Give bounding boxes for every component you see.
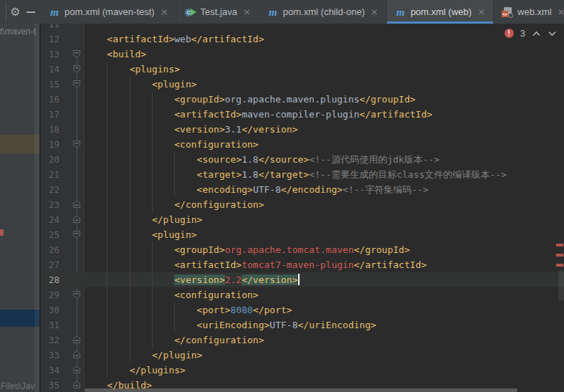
left-panel-selected-row[interactable] <box>0 310 39 327</box>
gear-icon[interactable]: ⚙ <box>10 6 20 18</box>
code-text: <build> <box>85 47 564 62</box>
fold-column <box>70 152 85 167</box>
line-number[interactable]: 11 <box>41 24 70 32</box>
error-stripe-mark[interactable] <box>556 254 563 257</box>
code-line[interactable]: 27<artifactId>tomcat7-maven-plugin</arti… <box>41 257 564 272</box>
code-text: <encoding>UTF-8</encoding><!--字符集编码--> <box>85 182 564 197</box>
vertical-scrollbar-thumb[interactable] <box>558 270 564 300</box>
tab-test-java[interactable]: CTest.java× <box>177 0 259 24</box>
code-line[interactable]: 12<artifactId>web</artifactId> <box>41 32 564 47</box>
next-error-icon[interactable] <box>548 31 557 37</box>
line-number[interactable]: 13 <box>41 47 70 62</box>
indent-guide <box>130 257 130 272</box>
line-number[interactable]: 26 <box>41 242 70 257</box>
left-panel-highlight-row[interactable] <box>0 135 39 153</box>
fold-marker-icon[interactable] <box>70 197 85 212</box>
line-number[interactable]: 28 <box>41 272 70 287</box>
fold-marker-icon[interactable] <box>70 47 85 62</box>
fold-marker-icon[interactable] <box>70 348 85 363</box>
code-text: <source>1.8</source><!--源代码使用的jdk版本--> <box>85 152 564 167</box>
line-number[interactable]: 33 <box>41 348 70 363</box>
fold-marker-icon[interactable] <box>70 212 85 227</box>
code-line[interactable]: 13<build> <box>41 47 564 62</box>
code-line[interactable]: 17<artifactId>maven-compiler-plugin</art… <box>41 107 564 122</box>
code-line[interactable]: 30<port>8080</port> <box>41 302 564 317</box>
editor[interactable]: 1112<artifactId>web</artifactId>13<build… <box>41 24 564 392</box>
code-line[interactable]: 16<groupId>org.apache.maven.plugins</gro… <box>41 92 564 107</box>
line-number[interactable]: 24 <box>41 212 70 227</box>
code-line[interactable]: 32</configuration> <box>41 333 564 348</box>
close-icon[interactable]: × <box>558 6 564 17</box>
code-line[interactable]: 20<source>1.8</source><!--源代码使用的jdk版本--> <box>41 152 564 167</box>
line-number[interactable]: 23 <box>41 197 70 212</box>
prev-error-icon[interactable] <box>532 31 541 37</box>
line-number[interactable]: 35 <box>41 378 70 392</box>
code-line[interactable]: 26<groupId>org.apache.tomcat.maven</grou… <box>41 242 564 257</box>
line-number[interactable]: 17 <box>41 107 70 122</box>
line-number[interactable]: 20 <box>41 152 70 167</box>
indent-guide <box>130 212 130 227</box>
inspections-widget[interactable]: ! 3 <box>505 28 557 39</box>
code-line[interactable]: 24</plugin> <box>41 212 564 227</box>
fold-column <box>70 167 85 182</box>
code-line[interactable]: 15<plugin> <box>41 77 564 92</box>
line-number[interactable]: 14 <box>41 62 70 77</box>
fold-marker-icon[interactable] <box>70 287 85 302</box>
line-number[interactable]: 27 <box>41 257 70 272</box>
code-line[interactable]: 11 <box>41 24 564 32</box>
line-number[interactable]: 34 <box>41 363 70 378</box>
left-panel-scrollbar[interactable] <box>34 24 39 392</box>
code-line[interactable]: 25<plugin> <box>41 227 564 242</box>
tab-pom-xml-child-one[interactable]: mpom.xml (child-one)× <box>259 0 387 24</box>
line-number[interactable]: 25 <box>41 227 70 242</box>
code-line[interactable]: 21<target>1.8</target><!--需要生成的目标class文件… <box>41 167 564 182</box>
line-number[interactable]: 22 <box>41 182 70 197</box>
code-line[interactable]: 31<uriEncoding>UTF-8</uriEncoding> <box>41 317 564 333</box>
indent-guide <box>107 257 107 272</box>
close-icon[interactable]: × <box>371 6 378 17</box>
fold-marker-icon[interactable] <box>70 137 85 152</box>
indent-guide <box>107 122 107 137</box>
fold-marker-icon[interactable] <box>70 62 85 77</box>
line-number[interactable]: 30 <box>41 302 70 317</box>
fold-marker-icon[interactable] <box>70 227 85 242</box>
indent-guide <box>152 317 153 333</box>
code-line[interactable]: 33</plugin> <box>41 348 564 363</box>
fold-marker-icon[interactable] <box>70 378 85 392</box>
line-number[interactable]: 12 <box>41 32 70 47</box>
fold-marker-icon[interactable] <box>70 77 85 92</box>
horizontal-scrollbar-thumb[interactable] <box>85 388 517 392</box>
close-icon[interactable]: × <box>161 6 168 17</box>
fold-marker-icon[interactable] <box>70 363 85 378</box>
left-panel[interactable]: t\maven-t Files\Jav <box>0 24 39 392</box>
close-icon[interactable]: × <box>477 6 485 17</box>
code-line[interactable]: 18<version>3.1</version> <box>41 122 564 137</box>
tab-pom-xml-web[interactable]: mpom.xml (web)× <box>387 0 494 24</box>
line-number[interactable]: 21 <box>41 167 70 182</box>
close-icon[interactable]: × <box>243 6 251 17</box>
code-line[interactable]: 34</plugins> <box>41 363 564 378</box>
tab-bar: ⚙ mpom.xml (maven-test)×CTest.java×mpom.… <box>0 0 564 24</box>
line-number[interactable]: 16 <box>41 92 70 107</box>
code-line[interactable]: 29<configuration> <box>41 287 564 302</box>
line-number[interactable]: 15 <box>41 77 70 92</box>
tab-pom-xml-maven-test[interactable]: mpom.xml (maven-test)× <box>41 0 177 24</box>
code-line[interactable]: 28<version>2.2</version> <box>41 272 564 287</box>
line-number[interactable]: 32 <box>41 333 70 348</box>
line-number[interactable]: 19 <box>41 137 70 152</box>
line-number[interactable]: 31 <box>41 317 70 333</box>
error-stripe-mark[interactable] <box>556 264 563 267</box>
tab-web-xml[interactable]: <>web.xml× <box>494 0 564 24</box>
error-stripe-mark[interactable] <box>556 244 563 247</box>
code-line[interactable]: 19<configuration> <box>41 137 564 152</box>
code-line[interactable]: 23</configuration> <box>41 197 564 212</box>
line-number[interactable]: 18 <box>41 122 70 137</box>
indent-guide <box>130 287 130 302</box>
indent-guide <box>152 122 153 137</box>
hide-panel-icon[interactable] <box>27 11 35 13</box>
fold-marker-icon[interactable] <box>70 333 85 348</box>
line-number[interactable]: 29 <box>41 287 70 302</box>
indent-guide <box>107 333 107 348</box>
code-line[interactable]: 14<plugins> <box>41 62 564 77</box>
code-line[interactable]: 22<encoding>UTF-8</encoding><!--字符集编码--> <box>41 182 564 197</box>
